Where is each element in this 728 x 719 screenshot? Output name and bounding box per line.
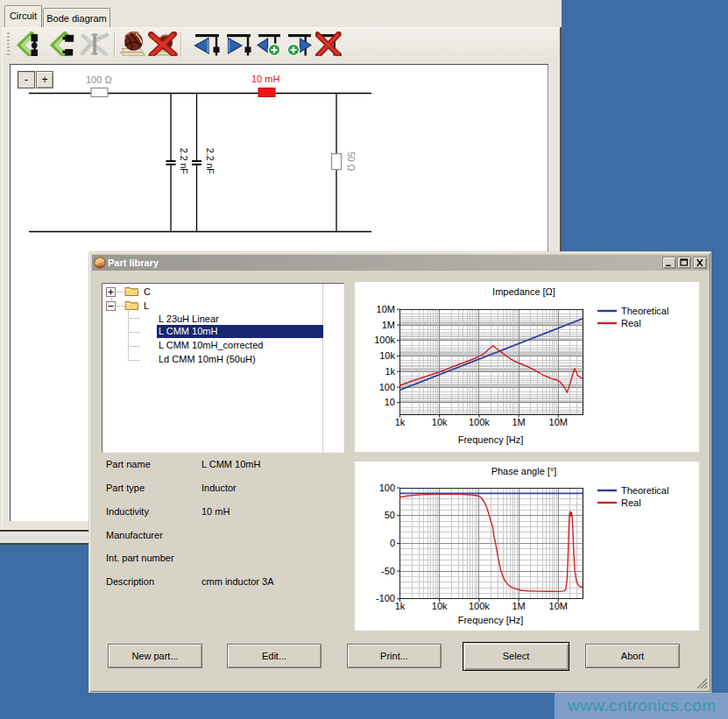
svg-text:Theoretical: Theoretical <box>621 306 668 316</box>
svg-text:Theoretical: Theoretical <box>621 485 668 496</box>
svg-text:50 Ω: 50 Ω <box>346 152 357 172</box>
svg-text:2.2 nF: 2.2 nF <box>179 148 189 174</box>
svg-text:Frequency [Hz]: Frequency [Hz] <box>458 615 524 625</box>
svg-text:2.2 nF: 2.2 nF <box>205 148 216 174</box>
svg-text:100 Ω: 100 Ω <box>86 74 112 85</box>
svg-text:Real: Real <box>621 318 641 328</box>
svg-text:Real: Real <box>621 497 641 508</box>
svg-text:-50: -50 <box>381 566 395 576</box>
svg-text:-100: -100 <box>376 593 395 603</box>
svg-text:10 mH: 10 mH <box>251 74 279 84</box>
